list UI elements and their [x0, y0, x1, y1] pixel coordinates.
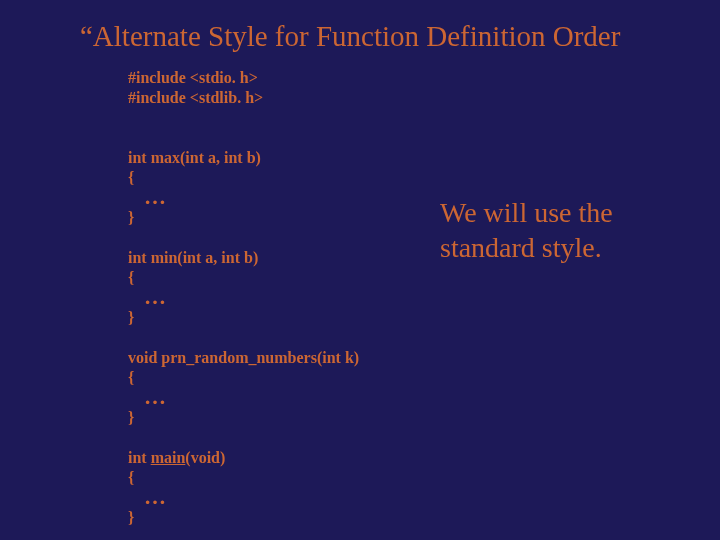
note-line-2: standard style.	[440, 232, 602, 263]
min-signature: int min(int a, int b)	[128, 249, 258, 266]
include-stdlib: #include <stdlib. h>	[128, 89, 263, 106]
brace-open: {	[128, 469, 134, 486]
brace-close: }	[128, 409, 134, 426]
main-int: int	[128, 449, 151, 466]
brace-close: }	[128, 209, 134, 226]
note-text: We will use the standard style.	[440, 195, 690, 265]
include-stdio: #include <stdio. h>	[128, 69, 258, 86]
note-line-1: We will use the	[440, 197, 613, 228]
max-signature: int max(int a, int b)	[128, 149, 261, 166]
main-post: (void)	[185, 449, 225, 466]
brace-close: }	[128, 309, 134, 326]
brace-open: {	[128, 169, 134, 186]
prn-signature: void prn_random_numbers(int k)	[128, 349, 359, 366]
ellipsis: …	[144, 190, 166, 203]
main-name: main	[151, 449, 186, 466]
slide: “Alternate Style for Function Definition…	[0, 0, 720, 540]
code-block: #include <stdio. h> #include <stdlib. h>…	[128, 68, 359, 528]
brace-close: }	[128, 509, 134, 526]
slide-title: “Alternate Style for Function Definition…	[80, 20, 680, 53]
brace-open: {	[128, 269, 134, 286]
brace-open: {	[128, 369, 134, 386]
ellipsis: …	[144, 390, 166, 403]
ellipsis: …	[144, 490, 166, 503]
ellipsis: …	[144, 290, 166, 303]
